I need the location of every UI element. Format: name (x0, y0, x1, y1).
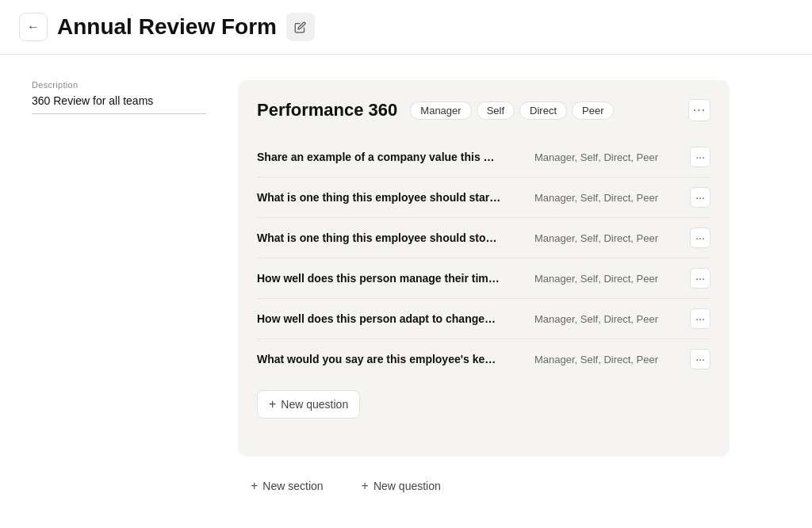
questions-list: Share an example of a company value this… (257, 137, 710, 379)
plus-icon-section: + (251, 479, 258, 493)
edit-icon (294, 21, 306, 33)
add-question-button[interactable]: + New question (257, 390, 360, 419)
question-reviewers: Manager, Self, Direct, Peer (534, 151, 658, 163)
reviewer-tags: Manager Self Direct Peer (410, 101, 680, 120)
tag-peer: Peer (572, 101, 614, 120)
question-row: What is one thing this employee should s… (257, 178, 710, 218)
description-value: 360 Review for all teams (32, 94, 206, 114)
back-button[interactable]: ← (19, 13, 48, 41)
question-more-button[interactable]: ··· (690, 228, 710, 248)
question-row: Share an example of a company value this… (257, 137, 710, 178)
section-title: Performance 360 (257, 100, 397, 121)
question-text: What is one thing this employee should s… (257, 231, 511, 244)
question-reviewers: Manager, Self, Direct, Peer (534, 313, 658, 325)
question-text: How well does this person manage their t… (257, 272, 511, 285)
question-row: How well does this person adapt to chang… (257, 299, 710, 339)
header: ← Annual Review Form (0, 0, 812, 55)
question-more-button[interactable]: ··· (690, 187, 710, 208)
question-row: What is one thing this employee should s… (257, 218, 710, 258)
description-label: Description (32, 80, 206, 90)
question-text: What would you say are this employee's k… (257, 353, 511, 365)
new-section-button[interactable]: + New section (238, 473, 336, 499)
question-text: Share an example of a company value this… (257, 151, 511, 163)
question-reviewers: Manager, Self, Direct, Peer (534, 273, 658, 285)
question-more-button[interactable]: ··· (690, 349, 710, 369)
add-question-label: New question (281, 398, 348, 411)
section-more-button[interactable]: ··· (688, 99, 710, 121)
question-more-button[interactable]: ··· (690, 147, 710, 167)
new-question-bottom-button[interactable]: + New question (349, 473, 454, 499)
question-text: How well does this person adapt to chang… (257, 312, 511, 325)
question-more-button[interactable]: ··· (690, 308, 710, 329)
section-card: Performance 360 Manager Self Direct Peer… (238, 80, 730, 457)
question-row: How well does this person manage their t… (257, 258, 710, 299)
plus-icon: + (269, 397, 276, 411)
tag-manager: Manager (410, 101, 471, 120)
main-content: Description 360 Review for all teams Per… (0, 55, 812, 525)
tag-direct: Direct (519, 101, 567, 120)
sidebar: Description 360 Review for all teams (32, 80, 206, 499)
plus-icon-question: + (362, 479, 369, 493)
section-header: Performance 360 Manager Self Direct Peer… (257, 99, 710, 121)
question-reviewers: Manager, Self, Direct, Peer (534, 192, 658, 204)
tag-self: Self (477, 101, 515, 120)
question-reviewers: Manager, Self, Direct, Peer (534, 232, 658, 244)
new-section-label: New section (262, 480, 323, 492)
question-more-button[interactable]: ··· (690, 268, 710, 289)
new-question-bottom-label: New question (373, 480, 441, 492)
page-title: Annual Review Form (57, 14, 277, 40)
question-reviewers: Manager, Self, Direct, Peer (534, 354, 658, 365)
question-text: What is one thing this employee should s… (257, 191, 511, 204)
question-row: What would you say are this employee's k… (257, 339, 710, 379)
edit-button[interactable] (286, 13, 315, 41)
